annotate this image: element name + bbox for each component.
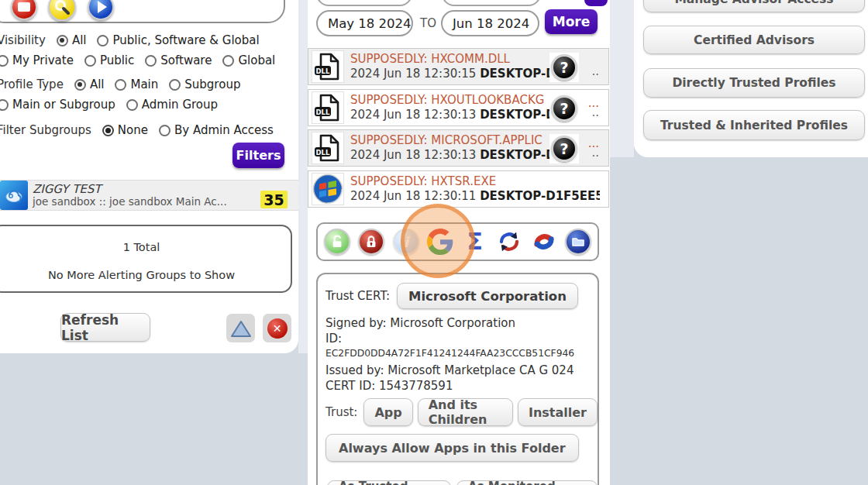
cert-subject-button[interactable]: Microsoft Corporation: [397, 283, 578, 309]
visibility-label: Visibility: [0, 33, 46, 47]
allow-unlock-icon[interactable]: [323, 228, 351, 256]
date-range-to-label: TO: [420, 16, 436, 30]
search-input-stub-1[interactable]: [316, 0, 412, 6]
windows-app-icon: [312, 173, 344, 205]
svg-text:DLL: DLL: [316, 67, 330, 75]
google-search-icon[interactable]: [426, 228, 454, 256]
child-trust-row: As Trusted Child As Monitored Child: [327, 480, 598, 485]
events-panel: May 18 2024 TO Jun 18 2024 More DLL SUPP…: [308, 0, 610, 485]
date-to-input[interactable]: Jun 18 2024: [441, 10, 539, 36]
event-row[interactable]: DLL SUPPOSEDLY: HXOUTLOOKBACKG 2024 Jun …: [308, 89, 609, 126]
question-icon: ?: [551, 136, 577, 162]
radio-profile-main[interactable]: Main: [115, 77, 158, 91]
as-monitored-child-button[interactable]: As Monitored Child: [456, 480, 598, 485]
always-allow-folder-button[interactable]: Always Allow Apps in this Folder: [326, 434, 579, 462]
panel-gap-right: [610, 0, 634, 157]
refresh-list-button[interactable]: Refresh List: [60, 313, 150, 342]
group-subtitle: joe sandbox :: joe sandbox Main Ac...: [33, 196, 227, 208]
more-filters-button[interactable]: More: [545, 9, 598, 34]
event-row[interactable]: SUPPOSEDLY: HXTSR.EXE 2024 Jun 18 12:30:…: [308, 170, 609, 208]
radio-subgroups-by-admin-access[interactable]: By Admin Access: [159, 123, 274, 137]
event-row[interactable]: DLL SUPPOSEDLY: MICROSOFT.APPLIC 2024 Ju…: [308, 129, 609, 167]
radio-profile-subgroup[interactable]: Subgroup: [169, 77, 240, 91]
event-title: SUPPOSEDLY: HXTSR.EXE: [350, 174, 600, 189]
group-title: ZIGGY TEST: [33, 183, 227, 196]
manage-advisor-access-button[interactable]: Manage Advisor Access: [643, 0, 865, 12]
trust-children-button[interactable]: And its Children: [418, 398, 513, 426]
top-toolbar: [0, 0, 285, 23]
trust-cert-label: Trust CERT:: [326, 289, 390, 303]
issued-by-text: Issued by: Microsoft Marketplace CA G 02…: [326, 363, 574, 377]
triangle-up-icon: [229, 318, 253, 339]
event-host-ellipsis: ..: [591, 105, 599, 119]
directly-trusted-profiles-button[interactable]: Directly Trusted Profiles: [643, 68, 865, 98]
event-timestamp: 2024 Jun 18 12:30:13: [350, 148, 480, 162]
radio-visibility-my-private[interactable]: My Private: [0, 53, 74, 67]
top-purple-button-stub[interactable]: [584, 0, 608, 6]
filter-subgroups-label: Filter Subgroups: [0, 123, 91, 137]
radio-visibility-software[interactable]: Software: [145, 53, 212, 67]
radio-visibility-public[interactable]: Public: [84, 53, 134, 67]
event-row[interactable]: DLL SUPPOSEDLY: HXCOMM.DLL 2024 Jun 18 1…: [308, 48, 609, 85]
event-timestamp: 2024 Jun 18 12:30:13: [350, 108, 480, 122]
event-host: DESKTOP-D1F: [480, 67, 550, 81]
event-title: SUPPOSEDLY: HXCOMM.DLL: [350, 52, 550, 67]
trust-cert-panel: Trust CERT: Microsoft Corporation Signed…: [316, 273, 599, 485]
radio-visibility-public-software-global[interactable]: Public, Software & Global: [97, 33, 259, 47]
event-title: SUPPOSEDLY: MICROSOFT.APPLIC: [350, 133, 550, 148]
trust-installer-button[interactable]: Installer: [518, 398, 598, 426]
trust-actions-row: Trust: App And its Children Installer: [326, 398, 598, 426]
close-icon: ✕: [267, 318, 288, 339]
radio-visibility-global[interactable]: Global: [222, 53, 275, 67]
trust-label: Trust:: [326, 405, 357, 419]
unknown-status-button[interactable]: ?: [549, 134, 579, 163]
search-input-stub-2[interactable]: [442, 0, 541, 6]
info-icon[interactable]: i: [392, 228, 420, 256]
as-trusted-child-button[interactable]: As Trusted Child: [327, 480, 451, 485]
radio-profile-admin-group[interactable]: Admin Group: [126, 98, 218, 112]
profile-type-radio-row-2: Main or Subgroup Admin Group: [0, 98, 218, 112]
event-timestamp: 2024 Jun 18 12:30:11: [350, 189, 480, 203]
filters-button[interactable]: Filters: [232, 143, 284, 168]
no-more-groups-text: No More Alerting Groups to Show: [0, 269, 291, 281]
cert-serial-text: CERT ID: 1543778591: [326, 379, 453, 393]
close-list-button[interactable]: ✕: [263, 314, 291, 342]
question-icon: ?: [551, 54, 577, 81]
event-title: SUPPOSEDLY: HXOUTLOOKBACKG: [350, 93, 550, 108]
dll-file-icon: DLL: [312, 91, 344, 124]
radio-profile-all[interactable]: All: [74, 77, 105, 91]
dll-file-icon: DLL: [312, 132, 344, 164]
folder-icon[interactable]: [564, 228, 592, 256]
event-host: DESKTOP-D1F: [480, 108, 550, 122]
profile-type-radio-row-1: Profile Type All Main Subgroup: [0, 77, 240, 91]
trust-app-button[interactable]: App: [363, 398, 412, 426]
cert-id-value: EC2FDD0DD4A72F1F41241244FAA23CCCB51CF946: [326, 348, 574, 359]
red-blue-swirl-icon[interactable]: [530, 228, 558, 256]
event-host-ellipsis: ..: [591, 64, 599, 78]
advisors-panel: Manage Advisor Access Certified Advisors…: [634, 0, 868, 157]
sync-arrows-icon[interactable]: [495, 228, 523, 256]
event-host-ellipsis: ..: [591, 146, 599, 160]
alert-group-row[interactable]: ZIGGY TEST joe sandbox :: joe sandbox Ma…: [0, 180, 298, 211]
joe-sandbox-logo-icon: [0, 181, 28, 210]
visibility-radio-row-1: Visibility All Public, Software & Global: [0, 33, 260, 47]
unknown-status-button[interactable]: ?: [549, 94, 579, 123]
trusted-inherited-profiles-button[interactable]: Trusted & Inherited Profiles: [643, 110, 865, 140]
filter-subgroups-radio-row: Filter Subgroups None By Admin Access: [0, 123, 274, 137]
sum-sigma-icon[interactable]: Σ: [461, 228, 489, 256]
visibility-radio-row-2: My Private Public Software Global: [0, 53, 275, 67]
event-host: DESKTOP-D1F5EE5...: [480, 189, 600, 203]
block-lock-icon[interactable]: [357, 228, 385, 256]
groups-summary-box: 1 Total No More Alerting Groups to Show: [0, 225, 292, 293]
certified-advisors-button[interactable]: Certified Advisors: [643, 26, 865, 54]
collapse-button[interactable]: [226, 314, 255, 342]
total-count: 1 Total: [0, 241, 291, 253]
event-timestamp: 2024 Jun 18 12:30:15: [350, 67, 480, 81]
unknown-status-button[interactable]: ?: [549, 53, 579, 82]
radio-subgroups-none[interactable]: None: [102, 123, 148, 137]
date-from-input[interactable]: May 18 2024: [316, 10, 413, 36]
dll-file-icon: DLL: [312, 50, 344, 83]
svg-text:DLL: DLL: [316, 149, 330, 157]
radio-visibility-all[interactable]: All: [57, 33, 87, 47]
radio-profile-main-or-subgroup[interactable]: Main or Subgroup: [0, 98, 115, 112]
